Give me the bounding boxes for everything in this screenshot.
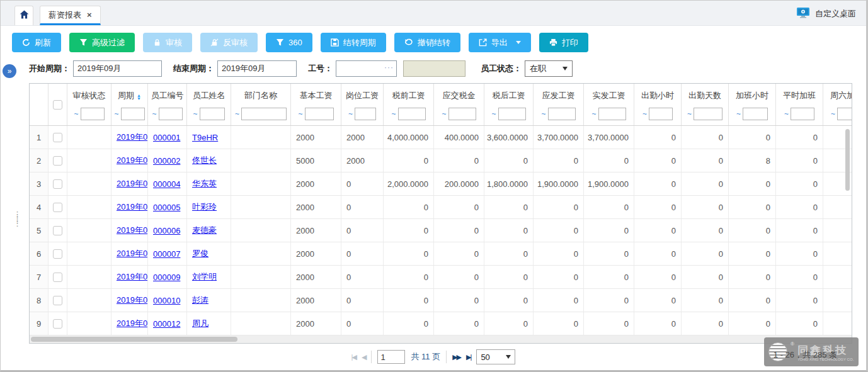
first-page-icon[interactable]: |◀ (351, 353, 356, 361)
refresh-button[interactable]: 刷新 (12, 33, 61, 52)
period-link[interactable]: 2019年09月 (117, 248, 148, 259)
next-page-icon[interactable]: ▶▶ (452, 353, 460, 361)
emp_name-link[interactable]: 罗俊 (192, 248, 208, 259)
tab-home[interactable] (14, 6, 33, 25)
tab-close-icon[interactable]: × (87, 10, 92, 20)
period-link[interactable]: 2019年09月 (117, 178, 148, 189)
filter-input-payable[interactable] (548, 108, 576, 120)
table-row[interactable]: 92019年09月000012周凡20000000000000 (30, 312, 852, 335)
registered-mark: ® (791, 341, 794, 347)
row-checkbox[interactable] (53, 319, 62, 329)
end-period-input[interactable] (217, 60, 297, 77)
sort-icon[interactable]: ▲▼ (137, 94, 141, 101)
emp_name-link[interactable]: T9eHR (192, 133, 218, 142)
emp_name-link[interactable]: 刘学明 (192, 271, 217, 283)
row-checkbox[interactable] (53, 296, 62, 305)
cell-att_hours: 0 (634, 196, 682, 218)
filter-input-ot_hours[interactable] (743, 108, 768, 120)
row-checkbox[interactable] (53, 226, 62, 235)
emp_id-link[interactable]: 000009 (153, 273, 180, 282)
audit-button[interactable]: 审核 (143, 33, 192, 52)
carryover-period-button[interactable]: 结转周期 (321, 33, 386, 52)
page-size-select[interactable]: 50 (476, 349, 515, 364)
last-page-icon[interactable]: ▶| (466, 353, 471, 361)
filter-input-posttax[interactable] (498, 108, 526, 120)
period-link[interactable]: 2019年09月 (117, 295, 148, 306)
table-row[interactable]: 22019年09月000002佟世长50002000000000080 (30, 149, 852, 172)
emp-no-lookup-icon[interactable]: ··· (384, 63, 394, 72)
emp_name-link[interactable]: 周凡 (192, 318, 208, 329)
filter-input-period[interactable] (121, 108, 145, 120)
table-row[interactable]: 72019年09月000009刘学明20000000000000 (30, 266, 852, 289)
filter-input-actual[interactable] (598, 108, 626, 120)
filter-input-weekday_ot[interactable] (791, 108, 814, 120)
table-row[interactable]: 62019年09月000007罗俊20000000000000 (30, 242, 852, 266)
table-row[interactable]: 32019年09月000004华东英200002,000.0000200.000… (30, 172, 852, 196)
filter-input-att_hours[interactable] (649, 108, 673, 120)
filter-input-tax[interactable] (448, 108, 476, 120)
advanced-filter-button[interactable]: 高级过滤 (69, 33, 135, 52)
emp_id-link[interactable]: 000007 (153, 249, 180, 259)
table-row[interactable]: 12019年09月000001T9eHR200020004,000.000040… (30, 126, 852, 149)
filter-360-button[interactable]: 360 (266, 33, 312, 52)
page-number-input[interactable] (377, 350, 405, 364)
filter-input-emp_name[interactable] (200, 108, 225, 120)
column-label-text: 周六加班 (830, 90, 852, 101)
filter-input-dept[interactable] (241, 108, 287, 120)
emp_name-link[interactable]: 彭涛 (192, 295, 208, 306)
period-link[interactable]: 2019年09月 (117, 201, 148, 213)
emp_name-link[interactable]: 叶彩玲 (192, 201, 217, 213)
emp_id-link[interactable]: 000006 (153, 226, 180, 235)
cell-emp_id: 000007 (148, 242, 187, 265)
select-all-checkbox[interactable] (53, 100, 62, 110)
tab-payroll-report[interactable]: 薪资报表 × (40, 6, 101, 25)
horizontal-scrollbar[interactable] (30, 335, 852, 343)
export-button[interactable]: 导出 (469, 33, 531, 52)
emp_name-link[interactable]: 华东英 (192, 178, 217, 189)
filter-input-pretax[interactable] (398, 108, 426, 120)
filter-input-base[interactable] (305, 108, 334, 120)
emp_id-link[interactable]: 000002 (153, 156, 180, 166)
table-row[interactable]: 52019年09月000006麦德豪20000000000000 (30, 219, 852, 242)
emp_id-link[interactable]: 000010 (153, 296, 180, 305)
table-row[interactable]: 82019年09月000010彭涛20000000000000 (30, 289, 852, 312)
filter-input-att_days[interactable] (694, 108, 722, 120)
refresh-icon (22, 38, 30, 47)
splitter-handle[interactable]: ⋮⋮⋮ (13, 212, 21, 225)
emp-status-select[interactable]: 在职 (525, 60, 573, 77)
period-link[interactable]: 2019年09月 (117, 225, 148, 236)
horizontal-scrollbar-thumb[interactable] (31, 337, 237, 342)
filter-input-post[interactable] (355, 108, 376, 120)
emp_name-link[interactable]: 佟世长 (192, 155, 217, 166)
emp_id-link[interactable]: 000001 (153, 133, 180, 142)
row-checkbox[interactable] (53, 179, 62, 189)
period-link[interactable]: 2019年09月 (117, 132, 148, 143)
unaudit-button[interactable]: 反审核 (200, 33, 258, 52)
emp_id-link[interactable]: 000005 (153, 203, 180, 212)
filter-tilde: ~ (74, 110, 78, 118)
row-checkbox[interactable] (53, 133, 62, 142)
row-checkbox[interactable] (53, 156, 62, 166)
collapse-panel-button[interactable]: » (3, 64, 16, 78)
export-dropdown-caret-icon[interactable] (516, 41, 521, 44)
filter-input-sat_ot[interactable] (837, 108, 852, 120)
row-checkbox[interactable] (53, 203, 62, 212)
undo-carryover-button[interactable]: 撤销结转 (394, 33, 460, 52)
print-button[interactable]: 打印 (539, 33, 588, 52)
table-row[interactable]: 42019年09月000005叶彩玲20000000000000 (30, 196, 852, 219)
emp_id-link[interactable]: 000012 (153, 319, 180, 329)
prev-page-icon[interactable]: ◀ (362, 353, 365, 361)
customize-desktop-button[interactable]: 自定义桌面 (796, 7, 856, 20)
emp_id-link[interactable]: 000004 (153, 179, 180, 189)
start-period-input[interactable] (73, 60, 162, 77)
period-link[interactable]: 2019年09月 (117, 271, 148, 283)
filter-input-emp_id[interactable] (159, 108, 183, 120)
row-checkbox[interactable] (53, 273, 62, 282)
period-link[interactable]: 2019年09月 (117, 318, 148, 329)
vertical-scrollbar-thumb[interactable] (845, 129, 850, 191)
emp_name-link[interactable]: 麦德豪 (192, 225, 217, 236)
filter-tilde: ~ (784, 110, 789, 118)
period-link[interactable]: 2019年09月 (117, 155, 148, 166)
row-checkbox[interactable] (53, 249, 62, 259)
filter-input-audit_status[interactable] (81, 108, 105, 120)
